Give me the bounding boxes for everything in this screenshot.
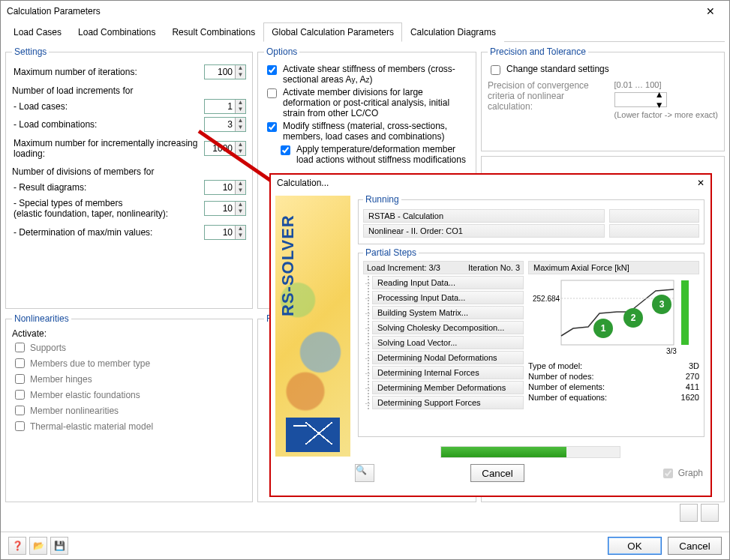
chk-divisions[interactable] (267, 88, 277, 98)
svg-text:3/3: 3/3 (666, 347, 677, 355)
precision-group: Precision and Tolerance Change standard … (481, 46, 725, 151)
chk-modify[interactable] (267, 122, 277, 132)
ok-button[interactable]: OK (608, 537, 662, 555)
chk-apply-temp[interactable] (281, 145, 290, 155)
max-incr-label: Maximum number for incrementally increas… (12, 138, 204, 159)
special-input[interactable]: ▲▼ (204, 201, 246, 216)
step-item: Building System Matrix... (372, 306, 524, 319)
tab-result-combinations[interactable]: Result Combinations (164, 22, 263, 42)
step-list: Reading Input Data...Processing Input Da… (368, 276, 524, 409)
graph-checkbox[interactable] (663, 469, 673, 478)
running-2: Nonlinear - II. Order: CO1 (363, 224, 605, 238)
incr-header: Number of load increments for (12, 85, 246, 96)
divisions-label: Activate member divisions for large defo… (283, 87, 470, 118)
max-incr-input[interactable]: ▲▼ (204, 141, 246, 156)
tab-load-cases[interactable]: Load Cases (5, 22, 70, 42)
step-item: Reading Input Data... (372, 276, 524, 289)
tool-icon-1[interactable] (680, 504, 698, 522)
step-item: Determining Internal Forces (372, 366, 524, 379)
kpi-row: Type of model:3D (528, 361, 699, 370)
calc-close-icon[interactable]: ✕ (697, 178, 704, 188)
running-1: RSTAB - Calculation (363, 209, 605, 223)
chk-foundations[interactable] (15, 390, 25, 400)
step-item: Determining Nodal Deformations (372, 351, 524, 364)
div-header: Number of divisions of members for (12, 166, 246, 177)
nonlinear-legend: Nonlinearities (12, 313, 71, 324)
nonlinearities-group: Nonlinearities Activate: Supports Member… (5, 313, 253, 502)
det-label: - Determination of max/min values: (12, 227, 204, 238)
calc-title: Calculation... (277, 178, 697, 188)
apply-temp-label: Apply temperature/deformation member loa… (296, 144, 470, 165)
partial-legend: Partial Steps (363, 247, 419, 258)
max-iter-input[interactable]: ▲▼ (204, 64, 246, 79)
step-item: Solving Load Vector... (372, 336, 524, 349)
special-label: - Special types of members (elastic foun… (12, 198, 204, 219)
chk-change-settings[interactable] (491, 65, 500, 75)
running-blank-1 (609, 209, 699, 223)
range-hint: [0.01 … 100] (614, 80, 718, 89)
running-blank-2 (609, 224, 699, 238)
chk-thermal[interactable] (15, 421, 25, 431)
shear-label: Activate shear stiffness of members (cro… (283, 64, 470, 85)
options-legend: Options (264, 46, 299, 57)
force-plot: 252.684 3/3 1 2 3 (528, 276, 699, 357)
chk-members-type[interactable] (15, 358, 25, 368)
partial-steps-group: Partial Steps Load Increment: 3/3 Iterat… (358, 247, 704, 437)
window-title: Calculation Parameters (7, 6, 698, 16)
modify-label: Modify stiffness (material, cross-sectio… (283, 121, 470, 142)
result-diag-label: - Result diagrams: (12, 182, 204, 193)
help-icon[interactable]: ❓ (8, 537, 26, 555)
kpi-row: Number of equations:1620 (528, 393, 699, 402)
step-item: Determining Member Deformations (372, 381, 524, 394)
footer: ❓ 📂 💾 OK Cancel (1, 532, 729, 559)
settings-group: Settings Maximum number of iterations: ▲… (5, 46, 253, 309)
load-cases-label: - Load cases: (12, 101, 204, 112)
tolerance-input[interactable]: ▲▼ (614, 92, 667, 107)
result-diag-input[interactable]: ▲▼ (204, 180, 246, 195)
bottom-tool-icons (680, 504, 719, 522)
zoom-icon[interactable]: 🔍 (355, 464, 374, 482)
load-comb-label: - Load combinations: (12, 119, 204, 130)
tab-calculation-diagrams[interactable]: Calculation Diagrams (402, 22, 504, 42)
kpi-row: Number of elements:411 (528, 382, 699, 391)
save-icon[interactable]: 💾 (50, 537, 68, 555)
svg-text:252.684: 252.684 (533, 295, 560, 303)
det-input[interactable]: ▲▼ (204, 225, 246, 240)
chk-shear[interactable] (267, 65, 277, 75)
iteration-label: Iteration No. 3 (468, 263, 520, 272)
settings-legend: Settings (12, 46, 49, 57)
step-item: Processing Input Data... (372, 291, 524, 304)
change-label: Change standard settings (506, 64, 718, 74)
chk-hinges[interactable] (15, 374, 25, 384)
max-iter-label: Maximum number of iterations: (12, 67, 204, 77)
open-icon[interactable]: 📂 (29, 537, 47, 555)
chk-supports[interactable] (15, 343, 25, 352)
load-comb-input[interactable]: ▲▼ (204, 117, 246, 132)
running-legend: Running (363, 194, 401, 205)
progress-bar (440, 446, 620, 458)
activate-label: Activate: (12, 328, 246, 339)
calc-cancel-button[interactable]: Cancel (470, 464, 524, 482)
svg-rect-6 (681, 280, 689, 345)
load-cases-input[interactable]: ▲▼ (204, 99, 246, 114)
factor-hint: (Lower factor -> more exact) (614, 110, 718, 119)
tab-global-parameters[interactable]: Global Calculation Parameters (263, 22, 402, 42)
cancel-button[interactable]: Cancel (668, 537, 722, 555)
tabstrip: Load Cases Load Combinations Result Comb… (5, 22, 725, 42)
load-incr-label: Load Increment: 3/3 (367, 263, 468, 272)
calculation-dialog: Calculation... ✕ RS-SOLVER Running RSTAB… (269, 173, 712, 497)
titlebar: Calculation Parameters ✕ (1, 1, 729, 22)
precision-legend: Precision and Tolerance (488, 46, 588, 57)
kpi-row: Number of nodes:270 (528, 372, 699, 381)
tab-load-combinations[interactable]: Load Combinations (70, 22, 164, 42)
model-kpis: Type of model:3DNumber of nodes:270Numbe… (528, 361, 699, 402)
svg-text:3: 3 (659, 299, 665, 310)
graph-title: Maximum Axial Force [kN] (528, 261, 699, 274)
svg-text:1: 1 (601, 323, 606, 334)
criteria-label: Precision of convergence criteria of non… (488, 80, 607, 119)
svg-text:2: 2 (631, 313, 636, 323)
close-icon[interactable]: ✕ (698, 5, 723, 17)
chk-nonlin[interactable] (15, 406, 25, 415)
solver-brand: RS-SOLVER (275, 196, 350, 457)
tool-icon-2[interactable] (701, 504, 719, 522)
